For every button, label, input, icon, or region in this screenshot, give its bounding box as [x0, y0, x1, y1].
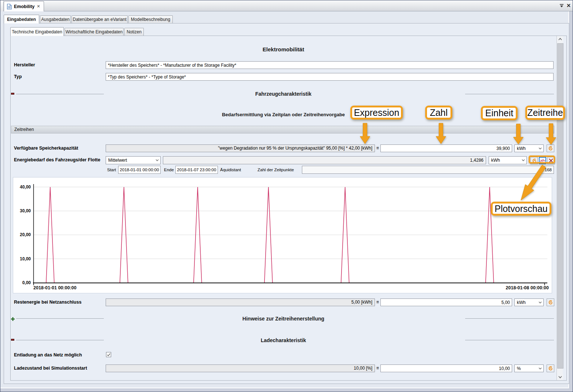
expression-editor-button[interactable]	[547, 298, 554, 306]
y-tick-10: 10,00	[13, 256, 31, 261]
y-tick-40: 40,00	[13, 184, 31, 190]
heading-elektromobilitaet: Elektromobilität	[13, 46, 554, 52]
expression-editor-button[interactable]	[547, 364, 554, 372]
checkmark-icon	[106, 352, 111, 357]
ladezustand-value-input[interactable]	[380, 364, 512, 372]
tab-ausgabedaten[interactable]: Ausgabedaten	[40, 15, 71, 23]
speicherkapazitaet-expression-field[interactable]: "wegen Degradation nur 95 % der Ursprung…	[106, 144, 375, 152]
tab-notizen[interactable]: Notizen	[124, 28, 144, 36]
delete-x-icon	[548, 158, 554, 163]
expression-curl-icon	[548, 146, 553, 151]
expression-editor-button[interactable]	[547, 144, 554, 152]
tab-technische-eingabedaten[interactable]: Technische Eingabedaten	[10, 27, 64, 36]
document-tab-close-icon[interactable]: ✕	[37, 4, 40, 8]
chevron-down-icon	[522, 159, 525, 161]
close-icon: ✕	[566, 3, 571, 8]
restenergie-label: Restenergie bei Netzanschluss	[14, 300, 81, 305]
chevron-down-icon	[539, 147, 542, 150]
scrollbar-down-button[interactable]	[557, 374, 563, 380]
speicherkapazitaet-label: Verfügbare Speicherkapazität	[14, 146, 78, 151]
timeseries-expression-button[interactable]	[530, 157, 538, 164]
chevron-down-menu-icon	[559, 4, 564, 8]
restenergie-value-input[interactable]	[380, 298, 512, 306]
title-tab-strip	[0, 0, 573, 11]
restenergie-unit-select[interactable]: kWh	[514, 298, 544, 306]
document-tab-emobility[interactable]: Emobility ✕	[4, 1, 44, 11]
chevron-up-icon	[558, 38, 562, 40]
chevron-down-icon	[156, 159, 159, 161]
typ-input[interactable]	[106, 73, 554, 81]
application-window: Emobility ✕ ✕ Eingabedaten Ausgabedaten …	[0, 0, 573, 392]
section-hinweise: Hinweise zur Zeitreihenerstellung	[13, 316, 554, 322]
equals-sign: =	[376, 366, 379, 371]
equals-sign: =	[376, 146, 379, 151]
chevron-down-icon	[539, 301, 542, 304]
energiebedarf-label: Energiebedarf des Fahrzeugs/der Flotte	[14, 157, 100, 162]
equals-sign: =	[376, 300, 379, 305]
energiebedarf-mode-select[interactable]: Mittelwert	[106, 156, 161, 164]
ende-label: Ende	[164, 168, 174, 172]
section-ladecharakteristik: Ladecharakteristik	[13, 337, 554, 343]
section-divider-line	[465, 94, 554, 94]
start-label: Start	[107, 168, 116, 172]
callout-zahl: Zahl	[425, 106, 452, 120]
tab-eingabedaten[interactable]: Eingabedaten	[4, 15, 39, 23]
chevron-down-icon	[539, 367, 542, 370]
expression-curl-icon	[532, 158, 537, 164]
window-menu-button[interactable]	[558, 3, 565, 9]
y-tick-30: 30,00	[13, 208, 31, 213]
plot-preview-icon	[540, 158, 545, 163]
scrollbar-up-button[interactable]	[557, 36, 563, 42]
delete-timeseries-button[interactable]	[547, 157, 555, 164]
callout-zeitreihe: Zeitreihe	[525, 106, 565, 120]
entladung-checkbox[interactable]	[106, 352, 111, 357]
x-tick-start: 2018-01-01 00:00:00	[33, 285, 76, 290]
expression-curl-icon	[548, 300, 553, 305]
callout-expression: Expression	[350, 106, 403, 120]
aequidistant-label: Äquidistant	[220, 168, 241, 172]
ladezustand-unit-select[interactable]: %	[514, 364, 544, 372]
tab-wirtschaftliche-eingabedaten[interactable]: Wirtschaftliche Eingabedaten	[65, 28, 124, 36]
x-tick-end: 2018-01-08 00:00:00	[506, 285, 549, 290]
plot-preview-button[interactable]	[539, 157, 546, 164]
energiebedarf-mean-field[interactable]: 1,4286	[163, 156, 486, 164]
y-tick-0: 0,00	[13, 280, 31, 285]
window-close-button[interactable]: ✕	[565, 2, 572, 9]
ende-datetime-field[interactable]: 2018-01-07 23:00:00	[175, 166, 218, 174]
vertical-scrollbar	[556, 36, 563, 380]
callout-plotvorschau: Plotvorschau	[491, 202, 551, 216]
ladezustand-expression-field[interactable]: 10,00 [%]	[106, 364, 375, 372]
chart-dynamic-layer	[33, 187, 547, 283]
tab-datenuebergabe[interactable]: Datenübergabe an eVariant	[72, 15, 128, 23]
hersteller-label: Hersteller	[14, 62, 35, 67]
scrollbar-thumb[interactable]	[557, 43, 563, 369]
zeitpunkte-count-field[interactable]: 168	[302, 166, 554, 174]
section-divider-line	[465, 340, 554, 340]
dock-edge-strip	[0, 0, 4, 11]
y-tick-20: 20,00	[13, 232, 31, 237]
subheading-bedarfsermittlung: Bedarfsermittlung via Zeitplan oder Zeit…	[13, 112, 554, 117]
section-divider-line	[465, 318, 554, 319]
hersteller-input[interactable]	[106, 61, 554, 69]
group-header-zeitreihen: Zeitreihen	[11, 126, 554, 133]
ladezustand-label: Ladezustand bei Simulationsstart	[14, 366, 87, 371]
speicherkapazitaet-value-input[interactable]	[380, 144, 512, 152]
chevron-down-icon	[558, 376, 562, 378]
restenergie-expression-field[interactable]: 5,00 [kWh]	[106, 298, 375, 306]
callout-einheit: Einheit	[481, 106, 518, 120]
tab-modellbeschreibung[interactable]: Modellbeschreibung	[128, 15, 173, 23]
document-tab-label: Emobility	[14, 4, 34, 9]
zeitpunkte-label: Zahl der Zeitpunkte	[258, 168, 294, 172]
timeseries-plot: 40,00 30,00 20,00 10,00 0,00 2018-01-01 …	[13, 177, 552, 293]
chart-plot-svg	[13, 177, 552, 294]
typ-label: Typ	[14, 74, 22, 79]
energiebedarf-unit-select[interactable]: kWh	[489, 156, 527, 164]
speicherkapazitaet-unit-select[interactable]: kWh	[514, 144, 544, 152]
start-datetime-field[interactable]: 2018-01-01 00:00:00	[118, 166, 161, 174]
document-icon	[7, 4, 12, 10]
expression-curl-icon	[548, 366, 553, 371]
entladung-label: Entladung an das Netz möglich	[14, 352, 82, 358]
